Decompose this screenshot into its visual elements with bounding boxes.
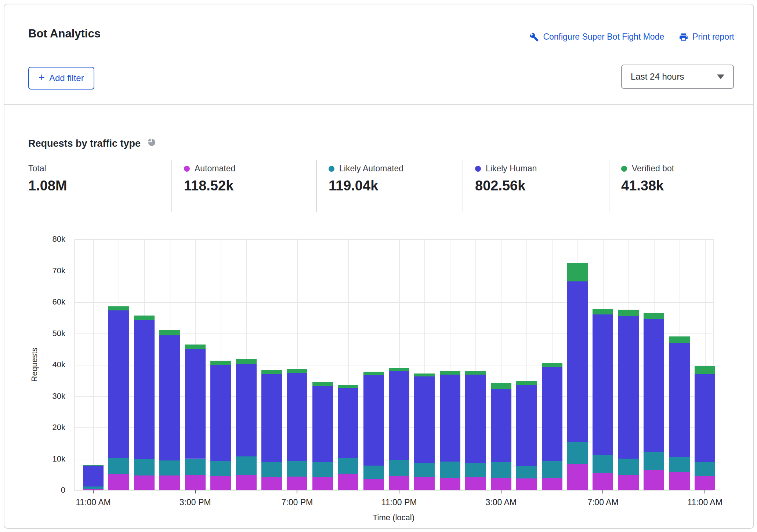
bar-segment-likely-human [516, 385, 537, 466]
configure-link-label: Configure Super Bot Fight Mode [543, 32, 664, 42]
x-tick-label: 11:00 PM [370, 498, 428, 507]
print-link-label: Print report [692, 32, 734, 42]
bar-segment-verified-bot [389, 368, 409, 371]
stat-likely-automated: Likely Automated 119.04k [316, 160, 463, 212]
verified-bot-dot [621, 166, 627, 172]
gridline-horizontal [74, 490, 713, 491]
configure-super-bot-fight-mode-link[interactable]: Configure Super Bot Fight Mode [529, 32, 664, 42]
x-tick [602, 490, 603, 493]
bar-segment-likely-automated [210, 461, 231, 476]
y-axis-title: Requests [30, 348, 39, 382]
stat-likely-human: Likely Human 802.56k [463, 160, 609, 212]
bar-segment-likely-human [134, 320, 155, 459]
bar-segment-likely-automated [236, 456, 257, 475]
gridline-vertical [323, 239, 323, 490]
bar-segment-verified-bot [338, 385, 358, 388]
gridline-vertical [399, 239, 400, 490]
bar-segment-likely-automated [491, 462, 511, 478]
stat-verified-bot-label: Verified bot [632, 164, 674, 174]
x-tick [195, 490, 196, 493]
bar-segment-automated [185, 475, 206, 490]
x-tick [399, 490, 399, 493]
gridline-vertical [654, 239, 655, 490]
gridline-vertical [424, 239, 425, 490]
y-tick-label: 0 [4, 485, 65, 495]
bar-segment-automated [593, 473, 613, 490]
bar-segment-verified-bot [108, 306, 129, 310]
bar-segment-verified-bot [440, 371, 460, 375]
bar-segment-likely-human [338, 388, 358, 458]
bar-segment-automated [134, 475, 155, 490]
bar-segment-automated [338, 474, 358, 490]
y-tick-label: 30k [4, 391, 65, 401]
bar-segment-likely-automated [134, 459, 155, 475]
bar-segment-automated [618, 475, 639, 490]
y-tick-label: 40k [4, 360, 65, 369]
bar-segment-verified-bot [593, 309, 613, 314]
gridline-vertical [221, 239, 221, 490]
gridline-horizontal [74, 365, 713, 365]
time-range-select[interactable]: Last 24 hours [621, 65, 734, 89]
stat-likely-automated-label: Likely Automated [339, 164, 403, 174]
plus-icon: + [39, 72, 45, 83]
gridline-horizontal [74, 459, 713, 460]
gridline-vertical [526, 239, 527, 490]
printer-icon [679, 32, 688, 42]
bar-segment-likely-human [542, 367, 562, 461]
header-links: Configure Super Bot Fight Mode Print rep… [529, 32, 734, 42]
gridline-horizontal [74, 396, 713, 397]
bar-segment-verified-bot [618, 310, 639, 316]
bar-segment-automated [465, 477, 486, 490]
bar-segment-likely-human [669, 343, 690, 457]
stat-verified-bot-value: 41.38k [621, 178, 735, 194]
bar-segment-verified-bot [695, 366, 715, 374]
x-tick-label: 7:00 PM [268, 498, 326, 507]
bar-segment-verified-bot [567, 263, 588, 281]
gridline-vertical [713, 239, 714, 490]
gridline-vertical [144, 239, 145, 490]
y-tick-label: 80k [4, 234, 65, 244]
y-tick-label: 50k [4, 329, 65, 338]
bar-segment-likely-automated [542, 461, 562, 478]
wrench-icon [529, 32, 539, 42]
bar-segment-verified-bot [312, 382, 333, 386]
bar-segment-verified-bot [363, 372, 384, 375]
stat-likely-automated-value: 119.04k [329, 178, 463, 194]
stat-total: Total 1.08M [28, 160, 171, 212]
gridline-horizontal [74, 239, 713, 240]
bar-segment-automated [363, 479, 384, 490]
bar-segment-automated [491, 478, 511, 490]
bar-segment-verified-bot [414, 374, 435, 377]
bar-segment-likely-automated [669, 457, 690, 472]
bar-segment-automated [542, 478, 562, 490]
print-report-link[interactable]: Print report [679, 32, 734, 42]
section-title: Requests by traffic type [28, 137, 156, 150]
gridline-vertical [374, 239, 374, 490]
bar-segment-likely-automated [185, 459, 206, 475]
bar-segment-automated [261, 477, 282, 490]
x-tick-label: 11:00 AM [64, 498, 123, 507]
x-tick [501, 490, 501, 493]
bar-segment-verified-bot [669, 336, 690, 343]
bar-segment-automated [695, 476, 715, 490]
bar-segment-automated [414, 477, 435, 490]
bar-segment-likely-automated [287, 461, 307, 477]
bar-segment-likely-automated [108, 458, 129, 474]
likely-human-dot [475, 166, 481, 172]
gridline-vertical [246, 239, 247, 490]
bar-segment-likely-automated [389, 460, 409, 476]
bar-segment-automated [236, 475, 257, 490]
bar-segment-likely-automated [159, 460, 180, 475]
bot-analytics-card: Bot Analytics Configure Super Bot Fight … [4, 4, 754, 529]
bar-segment-likely-automated [312, 462, 333, 477]
y-tick-label: 60k [4, 297, 65, 307]
x-tick [705, 490, 705, 493]
stat-likely-human-label: Likely Human [486, 164, 537, 174]
gridline-vertical [680, 239, 680, 490]
gridline-vertical [475, 239, 476, 490]
bar-segment-likely-human [695, 374, 715, 462]
likely-automated-dot [329, 166, 334, 172]
bar-segment-likely-human [312, 386, 333, 462]
bar-segment-automated [516, 478, 537, 490]
add-filter-button[interactable]: + Add filter [28, 67, 94, 90]
